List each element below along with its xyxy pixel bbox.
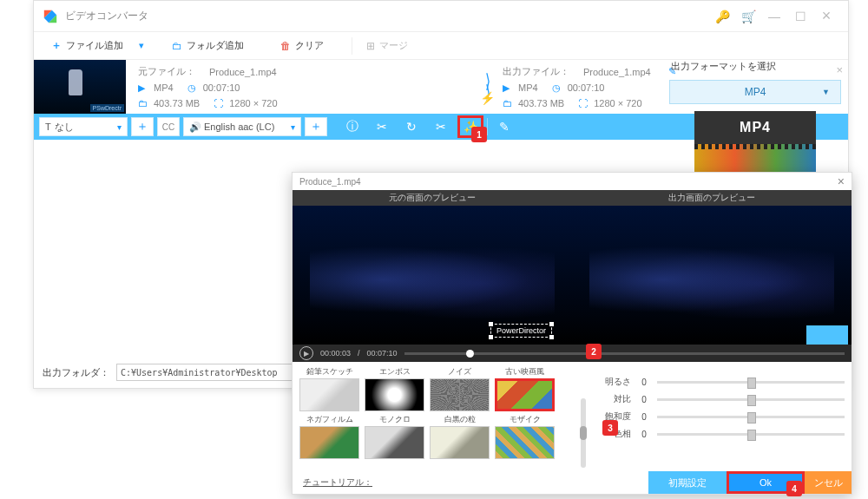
audio-value: English aac (LC) [204, 121, 274, 132]
maximize-button[interactable]: ☐ [787, 3, 813, 30]
selection-marker[interactable] [806, 325, 848, 345]
add-folder-label: フォルダ追加 [187, 39, 244, 52]
fx-player-bar: ▶ 00:00:03/00:07:10 [293, 345, 852, 362]
video-thumbnail[interactable]: PSwDrectr [34, 60, 126, 114]
info-icon[interactable]: ⓘ [339, 114, 365, 140]
size-icon: 🗀 [503, 98, 515, 108]
crop-icon[interactable]: ✂ [428, 114, 454, 140]
resize-handle[interactable] [489, 322, 493, 326]
brightness-value: 0 [638, 378, 650, 387]
cancel-button[interactable]: ンセル [805, 471, 852, 494]
watermark-overlay[interactable]: PowerDirector [490, 324, 552, 338]
folder-icon: 🗀 [172, 40, 182, 52]
add-file-dropdown-icon[interactable]: ▾ [139, 40, 144, 51]
brightness-label: 明るさ [595, 376, 631, 388]
effect-item-selected[interactable]: 古い映画風 [495, 365, 555, 411]
resize-handle[interactable] [549, 335, 554, 339]
effect-thumb-negative [299, 426, 359, 459]
effect-item[interactable]: 鉛筆スケッチ [299, 365, 359, 411]
effect-item[interactable]: モザイク [495, 413, 555, 459]
chevron-down-icon: ▾ [117, 122, 122, 132]
output-format-panel: 出力フォーマットを選択 MP4 MP4 [669, 56, 841, 187]
effects-scrollbar[interactable] [581, 398, 586, 468]
clear-label: クリア [295, 39, 324, 52]
effect-label: モザイク [510, 413, 541, 426]
cc-button[interactable]: CC [157, 117, 180, 136]
progress-handle[interactable] [466, 350, 474, 358]
key-icon[interactable]: 🔑 [709, 3, 735, 30]
app-logo-icon [43, 9, 58, 24]
reset-button[interactable]: 初期設定 [648, 471, 727, 494]
close-button[interactable]: × [813, 3, 839, 30]
output-folder-row: 出力フォルダ： [43, 364, 316, 381]
cut-icon[interactable]: ✂ [369, 114, 395, 140]
audio-dropdown[interactable]: 🔊English aac (LC)▾ [183, 117, 301, 136]
hue-value: 0 [638, 430, 650, 439]
format-dropdown[interactable]: MP4 [669, 80, 841, 104]
clear-button[interactable]: 🗑クリア [272, 36, 332, 56]
out-preview-label: 出力画面のプレビュー [572, 190, 852, 206]
title-bar: ビデオコンバータ 🔑 🛒 — ☐ × [34, 1, 848, 32]
effect-thumb-old-film [495, 378, 555, 411]
fx-footer: チュートリアル： 初期設定 Ok ンセル [293, 471, 852, 494]
tutorial-link[interactable]: チュートリアル： [293, 471, 383, 494]
effect-thumb-mosaic [495, 426, 555, 459]
fx-title-bar: Produce_1.mp4 × [293, 173, 852, 190]
contrast-row: 対比0 [595, 393, 845, 405]
output-label: 出力ファイル： [503, 65, 569, 78]
output-folder-input[interactable] [116, 364, 316, 381]
hue-slider[interactable] [657, 433, 845, 436]
callout-1: 1 [471, 127, 487, 142]
clock-icon: ◷ [552, 82, 564, 94]
source-filename: Produce_1.mp4 [209, 67, 277, 77]
add-file-label: ファイル追加 [66, 39, 123, 52]
contrast-slider[interactable] [657, 398, 845, 401]
fx-title: Produce_1.mp4 [299, 177, 361, 187]
output-size: 403.73 MB [518, 98, 564, 108]
cart-icon[interactable]: 🛒 [735, 3, 761, 30]
add-subtitle-button[interactable]: ＋ [131, 117, 154, 136]
resize-handle[interactable] [549, 322, 554, 326]
play-button[interactable]: ▶ [299, 346, 313, 360]
contrast-label: 対比 [595, 393, 631, 405]
adjustment-sliders: 明るさ0 対比0 飽和度0 色相0 [595, 365, 845, 468]
progress-bar[interactable] [404, 352, 845, 355]
output-format: MP4 [518, 82, 538, 93]
output-preview [572, 206, 852, 345]
effect-label: ネガフィルム [306, 413, 353, 426]
merge-label: マージ [379, 39, 408, 52]
effect-item[interactable]: 白黒の粒 [430, 413, 490, 459]
output-filename: Produce_1.mp4 [583, 67, 651, 77]
hue-row: 色相0 [595, 428, 845, 440]
output-resolution: 1280 × 720 [594, 98, 641, 108]
source-resolution: 1280 × 720 [229, 98, 277, 108]
effect-item[interactable]: モノクロ [365, 413, 424, 459]
add-folder-button[interactable]: 🗀フォルダ追加 [163, 36, 253, 56]
minimize-button[interactable]: — [761, 3, 787, 30]
effect-item[interactable]: ネガフィルム [299, 413, 359, 459]
add-file-button[interactable]: ＋ファイル追加 [43, 35, 132, 56]
add-audio-button[interactable]: ＋ [305, 117, 327, 136]
chevron-down-icon: ▾ [291, 122, 295, 132]
effect-item[interactable]: ノイズ [430, 365, 490, 411]
effect-thumb-monochrome [365, 426, 424, 459]
watermark-icon[interactable]: ✎ [491, 114, 517, 140]
callout-3: 3 [602, 420, 618, 436]
merge-icon: ⊞ [366, 40, 375, 52]
fx-header: 元の画面のプレビュー 出力画面のプレビュー [293, 190, 852, 206]
arrow-column: ⟩ ⟩ ⚡ [475, 63, 499, 110]
resolution-icon: ⛶ [214, 98, 226, 108]
src-preview-label: 元の画面のプレビュー [293, 190, 572, 206]
merge-button[interactable]: ⊞マージ [358, 36, 417, 56]
source-duration: 00:07:10 [203, 82, 240, 93]
effect-label: 白黒の粒 [444, 413, 476, 426]
saturation-slider[interactable] [657, 416, 845, 418]
rotate-icon[interactable]: ↻ [398, 114, 424, 140]
brightness-slider[interactable] [657, 381, 845, 384]
subtitle-dropdown[interactable]: Tなし▾ [39, 117, 128, 136]
output-format-title: 出力フォーマットを選択 [669, 56, 841, 76]
effect-item[interactable]: エンボス [365, 365, 424, 411]
fx-close-button[interactable]: × [838, 174, 845, 188]
format-icon: ▶ [138, 82, 150, 94]
resize-handle[interactable] [489, 335, 493, 339]
